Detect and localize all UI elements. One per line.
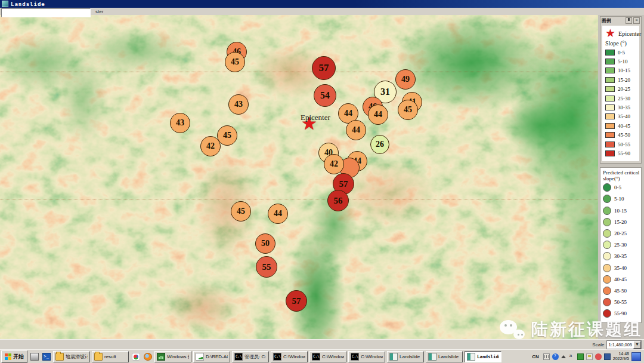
window-titlebar[interactable]: Landslide xyxy=(0,0,644,8)
chevron-down-icon[interactable]: ▼ xyxy=(633,341,641,349)
start-button[interactable]: 开始 xyxy=(1,350,27,363)
slope-class-row: 45-50 xyxy=(605,131,639,140)
slope-marker[interactable]: 44 xyxy=(368,104,388,125)
slope-marker[interactable]: 45 xyxy=(231,201,251,222)
taskbar-task-button[interactable]: Windows 任.. xyxy=(154,351,191,362)
pin-a-icon[interactable] xyxy=(568,353,575,360)
taskbar-task-label: D:\RED-ACT .. xyxy=(206,354,228,359)
network-icon[interactable] xyxy=(604,353,611,360)
slope-marker[interactable]: 44 xyxy=(268,204,288,224)
slope-marker[interactable]: 43 xyxy=(170,113,190,133)
critical-class-swatch xyxy=(603,229,611,238)
start-label: 开始 xyxy=(13,353,24,361)
graticule-line xyxy=(0,72,598,72)
slope-class-swatch xyxy=(605,96,615,101)
taskbar-clock[interactable]: 14:48 2022/9/5 xyxy=(613,352,629,361)
slope-class-row: 35-40 xyxy=(605,112,639,121)
quick-launch-slot[interactable] xyxy=(131,352,141,362)
taskbar-task-label: 管理员: C:... xyxy=(244,353,267,360)
slope-class-label: 40-45 xyxy=(618,123,630,129)
slope-class-label: 30-35 xyxy=(618,104,630,110)
slope-marker[interactable]: 57 xyxy=(286,290,307,312)
slope-class-label: 35-40 xyxy=(618,113,630,119)
taskbar-task-button[interactable]: 管理员: C:... xyxy=(232,351,269,362)
keyboard-icon[interactable] xyxy=(543,353,550,360)
show-desktop-icon[interactable] xyxy=(631,352,641,361)
critical-class-label: 15-20 xyxy=(614,219,627,225)
critical-class-row: 25-30 xyxy=(603,239,641,251)
epicenter-legend-icon: ★ xyxy=(605,28,615,39)
language-indicator[interactable]: CN xyxy=(530,353,541,361)
taskbar-task-button[interactable]: D:\RED-ACT .. xyxy=(193,351,230,362)
legend-close-button[interactable]: × xyxy=(633,17,640,24)
slope-marker[interactable]: 55 xyxy=(256,256,277,278)
slope-marker[interactable]: 49 xyxy=(395,69,416,90)
red-status-icon[interactable] xyxy=(595,353,602,360)
legend-pin-button[interactable] xyxy=(626,17,632,24)
taskbar-items: 地震滑坡计...resultWindows 任..D:\RED-ACT ..管理… xyxy=(29,351,501,362)
map-canvas[interactable]: ★ Epicenter 4645574931544341464544444344… xyxy=(0,15,598,339)
critical-class-swatch xyxy=(603,207,611,215)
legend-titlebar[interactable]: 图例 × xyxy=(600,17,641,24)
taskbar-task-label: C:\Windows... xyxy=(322,354,344,359)
slope-marker[interactable]: 50 xyxy=(255,233,275,254)
caret-icon[interactable] xyxy=(561,355,566,358)
critical-class-label: 35-40 xyxy=(614,265,627,271)
taskbar-task-button[interactable]: 地震滑坡计... xyxy=(53,351,90,362)
folder-icon xyxy=(55,353,64,361)
taskbar-task-button[interactable]: C:\Windows... xyxy=(309,351,346,362)
slope-marker[interactable]: 42 xyxy=(200,136,221,156)
taskbar-task-button[interactable]: Landslide xyxy=(387,351,424,362)
taskbar-task-button[interactable]: result xyxy=(92,351,129,362)
slope-class-swatch xyxy=(605,86,615,92)
slope-class-row: 20-25 xyxy=(605,85,639,94)
taskbar-task-button[interactable]: C:\Windows... xyxy=(348,351,385,362)
critical-class-row: 40-45 xyxy=(603,273,641,285)
legend-body: ★ Epicenter Slope (°) 0-55-1010-1515-202… xyxy=(602,26,639,161)
help-icon[interactable] xyxy=(552,353,559,360)
quick-launch-slot[interactable] xyxy=(41,352,51,362)
quick-launch-slot[interactable] xyxy=(29,352,39,362)
slope-marker[interactable]: 26 xyxy=(370,135,389,154)
landslide-window: Landslide ster ★ Epicenter xyxy=(0,0,644,363)
slope-marker[interactable]: 44 xyxy=(346,120,366,140)
taskbar-task-label: Windows 任.. xyxy=(167,353,189,360)
slope-marker[interactable]: 56 xyxy=(327,190,349,211)
slope-marker[interactable]: 45 xyxy=(225,52,245,72)
pin-icon xyxy=(628,18,630,21)
slope-class-row: 0-5 xyxy=(605,48,639,57)
critical-class-swatch xyxy=(603,287,611,295)
critical-class-row: 0-5 xyxy=(603,182,641,193)
flag-icon[interactable] xyxy=(586,353,593,360)
legend-epicenter-label: Epicenter xyxy=(618,30,641,37)
taskbar-task-button[interactable]: Landslide xyxy=(426,351,463,362)
scale-value: 1:1,480,005 xyxy=(607,342,633,347)
layer-input[interactable] xyxy=(1,8,91,17)
green-doc-icon[interactable] xyxy=(577,353,584,360)
legend-title: 图例 xyxy=(602,17,624,24)
slope-class-swatch xyxy=(605,67,615,73)
quick-launch-slot[interactable] xyxy=(143,352,153,362)
scale-dropdown[interactable]: 1:1,480,005 ▼ xyxy=(606,340,642,349)
slope-class-swatch xyxy=(605,141,615,147)
slope-marker[interactable]: 54 xyxy=(314,84,336,107)
slope-legend-title: Slope (°) xyxy=(605,40,639,47)
slope-class-label: 50-55 xyxy=(618,141,630,147)
printer-icon xyxy=(30,353,39,361)
critical-class-label: 20-25 xyxy=(614,230,627,236)
critical-class-label: 40-45 xyxy=(614,276,627,282)
critical-class-label: 50-55 xyxy=(614,299,627,305)
taskbar-task-button[interactable]: Landslide xyxy=(465,351,501,362)
taskbar-task-label: Landslide xyxy=(400,354,420,359)
slope-marker[interactable]: 57 xyxy=(312,56,336,80)
slope-marker[interactable]: 43 xyxy=(228,94,249,115)
critical-class-label: 55-90 xyxy=(614,310,627,316)
taskbar-task-button[interactable]: C:\Windows... xyxy=(271,351,308,362)
slope-marker[interactable]: 45 xyxy=(398,100,418,120)
critical-class-swatch xyxy=(603,275,611,284)
watermark: 陆新征课题组 xyxy=(499,318,642,341)
system-tray: CN 14:48 2022/9/5 xyxy=(528,351,643,362)
slope-marker[interactable]: 42 xyxy=(324,154,344,174)
slope-class-row: 40-45 xyxy=(605,121,639,130)
slope-class-label: 45-50 xyxy=(618,132,630,138)
